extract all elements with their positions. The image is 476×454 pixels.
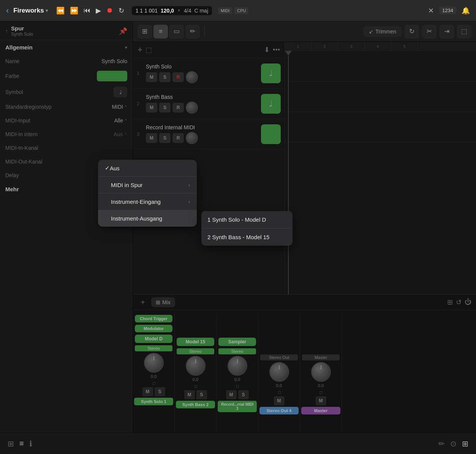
channel-knob[interactable] [311,362,331,382]
dropdown-item-aus[interactable]: ✓ Aus [98,160,197,177]
tracks-icon[interactable]: ≡ [19,439,24,448]
solo-button[interactable]: S [196,390,207,399]
channel-knob[interactable] [269,362,289,382]
pin-icon[interactable]: 📌 [119,27,127,35]
mute-button[interactable]: M [316,396,326,405]
close-icon[interactable]: ✕ [427,5,435,16]
dropdown-label-midi-in-spur: MIDI in Spur [111,182,142,188]
fader-area[interactable]: ◻ [236,383,239,389]
forward-fast-button[interactable]: ⏩ [70,6,78,15]
record-arm-button[interactable]: R [172,103,184,113]
download-button[interactable]: ⬇ [264,46,270,54]
fader-area[interactable]: ◻ [194,383,197,389]
record-button[interactable]: ⏺ [106,6,113,14]
channel-knob[interactable] [228,356,247,376]
crop-button[interactable]: ⬚ [457,25,471,38]
top-bar: ‹ Fireworks ▾ ⏪ ⏩ ⏮ ▶ ⏺ ↻ 1 1 1 001 120,… [0,0,476,21]
dropdown-item-instrument-ausgang[interactable]: Instrument-Ausgang [98,210,197,227]
rect-view-button[interactable]: ▭ [169,25,184,38]
dropdown-item-midi-in-spur[interactable]: MIDI in Spur › [98,177,197,194]
timeline-row-3[interactable] [285,112,476,142]
section-header-allgemein[interactable]: Allgemein ▾ [0,40,133,54]
track-name[interactable]: Synth Bass [146,94,258,100]
volume-knob[interactable] [186,102,198,114]
trim-button[interactable]: ↙ Trimmen [364,26,402,37]
back-button[interactable]: ‹ [5,4,10,17]
prop-value-farbe[interactable] [97,71,127,81]
more-button[interactable]: ••• [273,46,280,54]
solo-button[interactable]: S [155,387,165,396]
grid-view-button[interactable]: ⊞ [138,25,152,38]
model-15-button[interactable]: Model 15 [177,338,214,346]
prop-row-farbe: Farbe [0,68,133,84]
submenu-item-synth-bass[interactable]: 2 Synth Bass - Model 15 [201,229,293,246]
modulator-button[interactable]: Modulator [135,325,172,332]
page-number[interactable]: 1234 [439,6,456,14]
settings-icon[interactable]: ⊙ [450,439,457,448]
solo-button[interactable]: S [159,133,171,143]
layout-icon[interactable]: ⊞ [447,298,453,306]
fader-area[interactable]: ◻ [278,389,281,395]
solo-button[interactable]: S [159,72,171,82]
up-icon[interactable]: ↑ [5,28,8,34]
prop-value-midi-in-intern[interactable]: Aus ⌃ [114,131,127,137]
track-name[interactable]: Synth Solo [146,63,258,70]
loop-button[interactable]: ↻ [119,6,124,15]
volume-knob[interactable] [186,132,198,144]
track-icon[interactable]: ♩ [261,94,281,114]
channel-knob[interactable] [144,353,164,373]
mehr-label[interactable]: Mehr [5,186,19,192]
track-midi-icon[interactable] [261,124,281,144]
rewind-fast-button[interactable]: ⏪ [56,6,65,15]
channel-knob[interactable] [186,356,206,376]
library-icon[interactable]: ⊞ [8,439,14,448]
fader-area[interactable]: ◻ [319,389,323,395]
submenu-item-synth-solo[interactable]: 1 Synth Solo - Model D [201,211,293,229]
record-arm-button[interactable]: R [172,133,184,143]
merge-button[interactable]: ⇥ [440,25,454,38]
timeline-row-1[interactable] [285,51,476,81]
dropdown-item-instrument-eingang[interactable]: Instrument-Eingang › [98,194,197,210]
timeline-row-2[interactable] [285,81,476,112]
chord-trigger-button[interactable]: Chord Trigger [135,315,172,322]
prop-value-midi-input[interactable]: Alle ⌃ [114,117,127,124]
dropdown-label-instrument-ausgang: Instrument-Ausgang [111,215,162,222]
prop-value-name[interactable]: Synth Solo [101,58,127,64]
fader-area[interactable]: ◻ [152,380,155,386]
rewind-button[interactable]: ⏮ [84,6,90,14]
mute-button[interactable]: M [184,390,195,399]
track-name[interactable]: Record Internal MIDI [146,124,258,130]
mute-button[interactable]: M [226,390,237,399]
list-view-button[interactable]: ≡ [153,25,168,38]
pencil-tool-button[interactable]: ✏ [185,25,200,38]
record-arm-button[interactable]: R [172,72,184,82]
undo-icon[interactable]: ↺ [456,298,462,306]
mute-button[interactable]: M [146,133,157,143]
prop-value-standardreg[interactable]: MIDI ⌃ [112,104,127,110]
mute-button[interactable]: M [146,72,157,82]
import-button[interactable]: ⬚ [145,46,152,54]
project-name[interactable]: Fireworks ▾ [13,7,47,14]
add-track-button[interactable]: + [138,45,142,55]
solo-button[interactable]: S [238,390,249,399]
scissors-button[interactable]: ✂ [422,25,436,38]
solo-button[interactable]: S [159,103,171,113]
model-d-button[interactable]: Model D [135,335,172,343]
add-channel-button[interactable]: + [138,297,148,308]
mix-view-icon[interactable]: ⊞ [462,439,468,448]
sampler-button[interactable]: Sampler [218,338,256,346]
play-button[interactable]: ▶ [96,6,101,15]
prop-value-symbol[interactable]: ♩ [114,87,127,97]
volume-knob[interactable] [186,71,198,83]
info-icon[interactable]: ℹ [29,439,32,448]
loop-region-button[interactable]: ↻ [405,25,419,38]
edit-icon[interactable]: ✏ [438,439,445,448]
mix-button[interactable]: ⊞ Mix [151,297,175,307]
midi-button[interactable]: MIDI [218,7,232,14]
cpu-button[interactable]: CPU [234,7,248,14]
power-icon[interactable]: ⏻ [465,298,471,306]
track-icon[interactable]: ♩ [261,63,281,83]
mute-button[interactable]: M [146,103,157,113]
mute-button[interactable]: M [274,396,285,405]
mute-button[interactable]: M [142,387,153,396]
